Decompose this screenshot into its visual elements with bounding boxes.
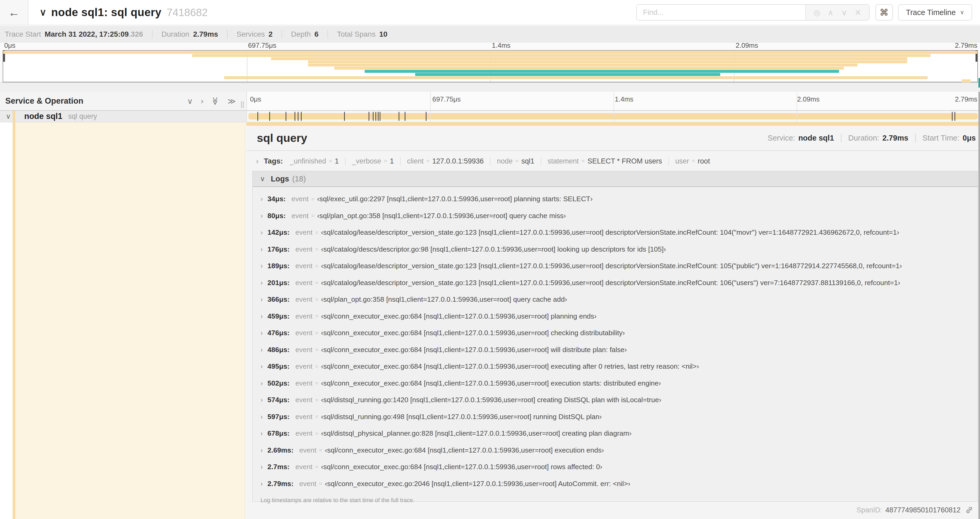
- equals-sign: =: [315, 279, 318, 286]
- logs-title: Logs: [271, 174, 289, 183]
- log-row[interactable]: ›176μs:event=‹sql/catalog/descs/descript…: [253, 241, 978, 258]
- timeline-tick-label: 2.79ms: [955, 42, 978, 50]
- service-operation-header: Service & Operation ∨ › ≫ ≫: [0, 92, 246, 110]
- log-row[interactable]: ›574μs:event=‹sql/distsql_running.go:142…: [253, 391, 978, 409]
- span-bar-track: [248, 111, 978, 122]
- span-id-value: 4877749850101760812: [885, 506, 961, 514]
- log-field-key: event: [295, 430, 312, 438]
- log-row[interactable]: ›80μs:event=‹sql/plan_opt.go:358 [nsql1,…: [253, 208, 978, 224]
- log-row[interactable]: ›502μs:event=‹sql/conn_executor_exec.go:…: [253, 375, 978, 392]
- equals-sign: =: [315, 347, 318, 353]
- log-row[interactable]: ›2.7ms:event=‹sql/conn_executor_exec.go:…: [253, 458, 978, 476]
- log-row-chevron-icon: ›: [261, 380, 262, 387]
- log-timestamp: 459μs:: [267, 312, 290, 320]
- log-marker: [380, 112, 380, 121]
- log-field-value: ‹sql/conn_executor_exec.go:684 [nsql1,cl…: [321, 363, 699, 370]
- equals-sign: =: [319, 447, 322, 454]
- collapse-all-icon[interactable]: ≫: [211, 97, 220, 105]
- log-field-value: ‹sql/distsql_physical_planner.go:828 [ns…: [321, 430, 632, 438]
- logs-header[interactable]: ∨ Logs (18): [253, 171, 978, 187]
- chevron-down-icon: ∨: [960, 9, 964, 16]
- log-row[interactable]: ›597μs:event=‹sql/distsql_running.go:498…: [253, 409, 978, 425]
- log-marker: [269, 112, 270, 121]
- minimap-span-bar: [224, 76, 928, 79]
- timeline-tick-label: 2.79ms: [955, 95, 978, 103]
- jaeger-trace-page: ← ∨ node sql1: sql query 7418682 ◎ ∧ ∨ ✕…: [0, 0, 980, 519]
- tags-chevron-icon: ›: [256, 157, 258, 165]
- log-timestamp: 34μs:: [267, 195, 286, 203]
- minimap-tick-labels: 0μs697.75μs1.4ms2.09ms2.79ms: [3, 43, 978, 50]
- log-marker: [399, 112, 399, 121]
- trace-collapse-chevron-icon[interactable]: ∨: [40, 7, 46, 18]
- collapse-one-icon[interactable]: ∨: [187, 96, 193, 106]
- log-row-chevron-icon: ›: [261, 313, 262, 320]
- span-bar[interactable]: [248, 113, 978, 120]
- log-row[interactable]: ›495μs:event=‹sql/conn_executor_exec.go:…: [253, 358, 978, 375]
- log-row[interactable]: ›366μs:event=‹sql/plan_opt.go:358 [nsql1…: [253, 291, 978, 308]
- timeline-tick-labels: 0μs697.75μs1.4ms2.09ms2.79ms: [248, 92, 978, 110]
- gridline: [614, 92, 614, 110]
- log-field-key: event: [292, 212, 309, 220]
- tag-value: 127.0.0.1:59936: [432, 157, 484, 165]
- expand-one-icon[interactable]: ›: [201, 96, 204, 105]
- log-field-value: ‹sql/catalog/lease/descriptor_version_st…: [321, 262, 902, 270]
- clear-find-icon[interactable]: ✕: [851, 8, 865, 17]
- span-row: ∨ node sql1 sql query: [0, 111, 980, 122]
- tag-value: sql1: [521, 157, 535, 165]
- log-marker: [955, 112, 955, 121]
- log-timestamp: 678μs:: [267, 430, 290, 438]
- trace-view-selector[interactable]: Trace Timeline ∨: [898, 4, 972, 21]
- focus-match-icon[interactable]: ◎: [810, 8, 824, 17]
- logs-count: (18): [292, 174, 306, 183]
- trace-info-label: Depth: [291, 30, 311, 38]
- log-row[interactable]: ›486μs:event=‹sql/conn_executor_exec.go:…: [253, 342, 978, 358]
- log-field-key: event: [295, 396, 312, 404]
- log-row[interactable]: ›34μs:event=‹sql/exec_util.go:2297 [nsql…: [253, 191, 978, 208]
- log-row[interactable]: ›2.79ms:event=‹sql/conn_executor_exec.go…: [253, 476, 978, 492]
- keyboard-shortcuts-button[interactable]: ⌘: [875, 4, 893, 21]
- log-row-chevron-icon: ›: [261, 430, 262, 437]
- equals-sign: =: [329, 158, 332, 164]
- log-row[interactable]: ›189μs:event=‹sql/catalog/lease/descript…: [253, 258, 978, 275]
- log-field-key: event: [295, 245, 312, 254]
- find-input[interactable]: [637, 5, 805, 20]
- trace-title: node sql1: sql query: [51, 6, 161, 19]
- timeline-ticks-header: 0μs697.75μs1.4ms2.09ms2.79ms: [246, 92, 980, 110]
- back-button[interactable]: ←: [0, 0, 29, 25]
- tag-value: root: [698, 157, 710, 165]
- tags-label: Tags:: [264, 157, 283, 165]
- equals-sign: =: [315, 230, 318, 236]
- log-row[interactable]: ›201μs:event=‹sql/catalog/lease/descript…: [253, 275, 978, 291]
- deep-link-icon[interactable]: [965, 506, 974, 514]
- log-row[interactable]: ›476μs:event=‹sql/conn_executor_exec.go:…: [253, 325, 978, 342]
- log-field-value: ‹sql/plan_opt.go:358 [nsql1,client=127.0…: [317, 212, 566, 220]
- trace-info-value: 6: [315, 30, 319, 38]
- log-field-key: event: [299, 446, 317, 454]
- log-field-key: event: [295, 329, 312, 337]
- log-row[interactable]: ›678μs:event=‹sql/distsql_physical_plann…: [253, 425, 978, 442]
- find-buttons: ◎ ∧ ∨ ✕: [805, 5, 869, 20]
- span-detail-color-accent: [13, 122, 15, 519]
- minimap-canvas[interactable]: [3, 50, 978, 82]
- next-match-icon[interactable]: ∨: [837, 8, 851, 17]
- equals-sign: =: [315, 464, 318, 470]
- log-timestamp: 476μs:: [267, 329, 290, 337]
- minimap-span-bar: [334, 67, 844, 70]
- log-row[interactable]: ›459μs:event=‹sql/conn_executor_exec.go:…: [253, 308, 978, 325]
- log-row[interactable]: ›2.69ms:event=‹sql/conn_executor_exec.go…: [253, 442, 978, 459]
- expand-all-icon[interactable]: ≫: [228, 96, 236, 106]
- log-timestamp: 201μs:: [267, 279, 290, 287]
- span-row-name-cell[interactable]: ∨ node sql1 sql query: [0, 111, 246, 122]
- log-row-chevron-icon: ›: [261, 262, 262, 270]
- minimap-span-bar: [3, 51, 977, 54]
- equals-sign: =: [384, 158, 387, 164]
- vertical-scrollbar[interactable]: [978, 92, 980, 519]
- prev-match-icon[interactable]: ∧: [824, 8, 837, 17]
- log-row[interactable]: ›142μs:event=‹sql/catalog/lease/descript…: [253, 224, 978, 241]
- span-color-accent: [13, 111, 15, 122]
- tags-row[interactable]: › Tags: _unfinished=1_verbose=1client=12…: [246, 152, 980, 171]
- column-resize-grip[interactable]: [240, 101, 244, 108]
- log-row-chevron-icon: ›: [261, 279, 262, 287]
- log-row-chevron-icon: ›: [261, 447, 262, 454]
- log-row-chevron-icon: ›: [261, 195, 262, 203]
